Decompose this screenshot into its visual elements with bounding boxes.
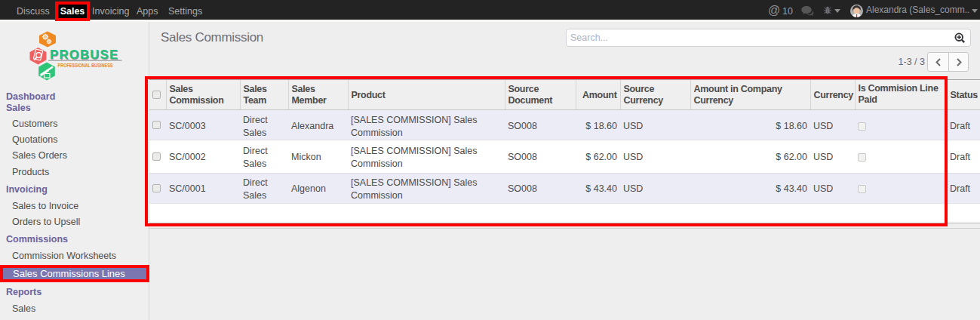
svg-text:PROBUSE: PROBUSE [50, 48, 121, 61]
svg-text:PROFESSIONAL BUSINESS: PROFESSIONAL BUSINESS [58, 62, 113, 69]
